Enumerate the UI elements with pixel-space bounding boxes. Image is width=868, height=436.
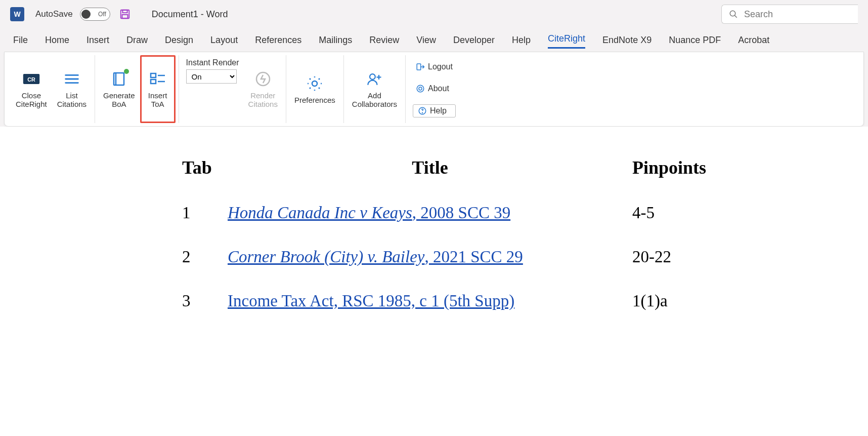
tab-nuance-pdf[interactable]: Nuance PDF [669,33,721,48]
insert-toa-button[interactable]: InsertToA [140,55,176,123]
tab-mailings[interactable]: Mailings [319,33,352,48]
table-icon [149,70,167,88]
autosave-state: Off [98,11,106,18]
svg-rect-2 [122,15,127,18]
ribbon: CR CloseCiteRight ListCitations Generate… [4,52,864,127]
svg-rect-12 [151,73,156,77]
word-app-icon: W [10,7,24,21]
citation-link[interactable]: Corner Brook (City) v. Bailey, 2021 SCC … [228,248,523,266]
toa-row: 1Honda Canada Inc v Keays, 2008 SCC 394-… [30,204,838,222]
cell-tab: 1 [182,204,228,222]
search-input[interactable]: Search [721,5,858,24]
cell-pinpoints: 4-5 [632,204,744,222]
tab-design[interactable]: Design [165,33,193,48]
tab-home[interactable]: Home [45,33,69,48]
help-icon [418,106,427,115]
add-collaborators-button[interactable]: AddCollaborators [347,55,402,123]
save-icon[interactable] [119,9,131,20]
header-title: Title [228,157,632,178]
svg-rect-1 [122,10,127,13]
add-user-icon [365,70,383,88]
toggle-knob [81,10,91,19]
cell-pinpoints: 1(1)a [632,292,744,310]
search-placeholder: Search [744,9,773,20]
header-pinpoints: Pinpoints [632,157,744,178]
svg-point-23 [419,87,422,90]
svg-rect-21 [417,64,421,70]
menubar: FileHomeInsertDrawDesignLayoutReferences… [0,28,868,52]
autosave-toggle[interactable]: Off [80,8,110,21]
document-page: Tab Title Pinpoints 1Honda Canada Inc v … [0,127,868,436]
refresh-icon [254,70,272,88]
instant-render-dropdown[interactable]: On [186,69,237,84]
book-icon [110,70,128,88]
titlebar: W AutoSave Off Document1 - Word Search [0,0,868,28]
cell-tab: 2 [182,248,228,266]
gear-icon [306,74,324,93]
document-title: Document1 - Word [152,9,228,20]
list-icon [63,70,81,88]
svg-point-17 [312,81,317,86]
svg-point-3 [730,11,735,16]
cell-title: Income Tax Act, RSC 1985, c 1 (5th Supp) [228,292,632,310]
tab-help[interactable]: Help [512,33,531,48]
about-button[interactable]: About [413,83,456,95]
help-button[interactable]: Help [413,104,456,117]
search-icon [729,10,738,19]
svg-point-18 [370,74,375,80]
cell-pinpoints: 20-22 [632,248,744,266]
header-tab: Tab [182,157,228,178]
tab-insert[interactable]: Insert [86,33,109,48]
cell-title: Honda Canada Inc v Keays, 2008 SCC 39 [228,204,632,222]
instant-render-label: Instant Render [186,58,239,67]
tab-acrobat[interactable]: Acrobat [738,33,769,48]
svg-point-22 [417,85,424,92]
autosave-label: AutoSave [35,9,73,19]
toa-header-row: Tab Title Pinpoints [30,157,838,178]
generate-boa-button[interactable]: GenerateBoA [98,55,140,123]
svg-text:CR: CR [27,76,35,83]
toa-row: 3Income Tax Act, RSC 1985, c 1 (5th Supp… [30,292,838,310]
logout-icon [416,62,425,71]
cell-title: Corner Brook (City) v. Bailey, 2021 SCC … [228,248,632,266]
citation-link[interactable]: Honda Canada Inc v Keays, 2008 SCC 39 [228,204,510,222]
svg-line-4 [734,15,737,18]
preferences-button[interactable]: Preferences [289,55,340,123]
info-icon [416,84,425,93]
citation-link[interactable]: Income Tax Act, RSC 1985, c 1 (5th Supp) [228,292,514,310]
tab-file[interactable]: File [13,33,28,48]
tab-citeright[interactable]: CiteRight [548,31,585,49]
tab-endnote-x9[interactable]: EndNote X9 [602,33,652,48]
citeright-icon: CR [22,70,40,88]
tab-review[interactable]: Review [369,33,399,48]
render-citations-button[interactable]: RenderCitations [243,55,283,123]
tab-draw[interactable]: Draw [126,33,148,48]
svg-point-25 [422,112,423,113]
tab-layout[interactable]: Layout [210,33,238,48]
list-citations-button[interactable]: ListCitations [52,55,92,123]
svg-rect-14 [151,80,156,84]
tab-references[interactable]: References [255,33,301,48]
logout-button[interactable]: Logout [413,61,456,73]
tab-developer[interactable]: Developer [453,33,495,48]
tab-view[interactable]: View [416,33,436,48]
toa-row: 2Corner Brook (City) v. Bailey, 2021 SCC… [30,248,838,266]
close-citeright-button[interactable]: CR CloseCiteRight [11,55,52,123]
cell-tab: 3 [182,292,228,310]
